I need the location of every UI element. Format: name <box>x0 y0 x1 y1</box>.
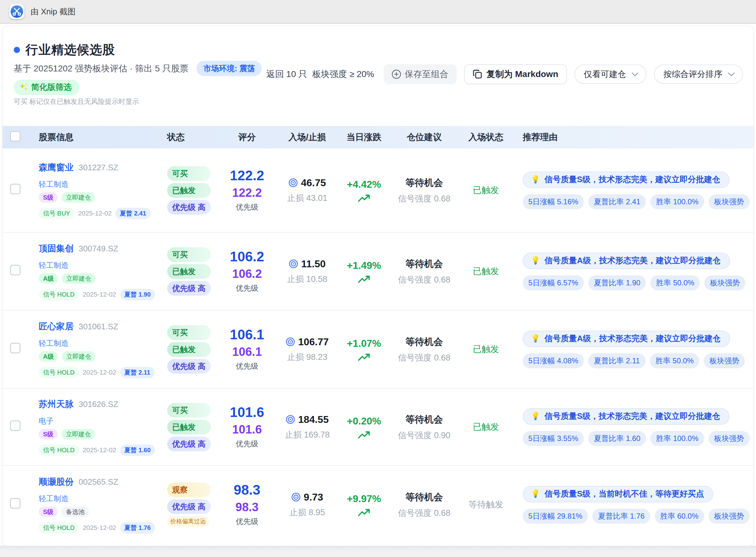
entry-stop-cell: 9.73 止损 8.95 <box>274 492 340 518</box>
industry-link[interactable]: 轻工制造 <box>39 261 167 270</box>
entry-state-cell: 已触发 <box>460 343 512 355</box>
stop-loss: 止损 10.58 <box>287 273 327 285</box>
circle-plus-icon <box>392 69 401 79</box>
chevron-down-icon <box>728 72 735 77</box>
stop-loss: 止损 169.78 <box>285 429 330 440</box>
score-sub: 106.1 <box>232 346 262 358</box>
xnip-scissors-icon <box>10 5 23 18</box>
reason-text: 信号质量S级，技术形态完美，建议立即分批建仓 <box>545 411 720 422</box>
signal-pill: 信号 HOLD <box>39 289 79 300</box>
score-sub: 98.3 <box>235 501 259 513</box>
metric-pill-list: 5日涨幅 6.57%夏普比率 1.90胜率 50.0%板块强势 <box>523 275 746 290</box>
return-count-text: 返回 10 只 <box>266 69 307 79</box>
metric-pill: 5日涨幅 3.55% <box>523 431 584 446</box>
chevron-down-icon <box>632 72 638 77</box>
status-pill: 优先级 高 <box>167 437 211 451</box>
metric-pill: 胜率 100.0% <box>650 431 704 446</box>
metric-pill-list: 5日涨幅 29.81%夏普比率 1.76胜率 60.0%板块强势 <box>523 509 750 524</box>
status-cell: 可买已触发优先级 高 <box>167 166 220 214</box>
daily-change-cell: +1.07% <box>340 338 388 361</box>
stock-row: 森鹰窗业 301227.SZ 轻工制造 S级 立即建仓 信号 BUY 2025-… <box>2 148 754 233</box>
entry-state-label: 已触发 <box>473 185 499 195</box>
industry-link[interactable]: 轻工制造 <box>39 494 167 503</box>
status-cell: 观察优先级 高价格偏离过远 <box>167 482 220 527</box>
select-all-checkbox[interactable] <box>10 131 21 142</box>
lightbulb-icon: 💡 <box>531 490 540 497</box>
entry-stop-cell: 184.55 止损 169.78 <box>274 414 340 440</box>
entry-state-cell: 已触发 <box>460 184 512 196</box>
stock-info-cell: 苏州天脉 301626.SZ 电子 S级 立即建仓 信号 HOLD 2025-1… <box>35 398 167 456</box>
signal-date: 2025-12-02 <box>83 368 116 376</box>
industry-link[interactable]: 电子 <box>39 416 167 426</box>
copy-markdown-button[interactable]: 复制为 Markdown <box>464 64 567 84</box>
position-advice: 等待机会 <box>405 413 443 426</box>
entry-stop-cell: 46.75 止损 43.01 <box>274 177 340 204</box>
buyable-note: 可买 标记仅在已触发且无风险提示时显示 <box>14 97 743 106</box>
stock-row: 顺灏股份 002565.SZ 轻工制造 S级 备选池 信号 HOLD 2025-… <box>2 466 754 543</box>
screenshot-root: 由 Xnip 截图 行业精选候选股 基于 20251202 强势板块评估 · 筛… <box>0 0 756 557</box>
metric-pill-list: 5日涨幅 4.08%夏普比率 2.11胜率 50.0%板块强势 <box>523 353 745 368</box>
row-checkbox[interactable] <box>10 420 21 431</box>
col-header-entry-stop: 入场/止损 <box>274 131 340 143</box>
score-main: 106.2 <box>230 250 264 264</box>
titlebar-label: 由 Xnip 截图 <box>31 6 76 17</box>
row-checkbox[interactable] <box>10 265 21 275</box>
stock-name-link[interactable]: 森鹰窗业 <box>39 162 74 173</box>
position-advice-cell: 等待机会 信号强度 0.68 <box>388 177 460 204</box>
status-pill: 已触发 <box>167 183 211 198</box>
reason-cell: 💡 信号质量S级，当前时机不佳，等待更好买点 5日涨幅 29.81%夏普比率 1… <box>512 486 754 524</box>
buildable-filter-select[interactable]: 仅看可建仓 <box>575 64 646 84</box>
change-percent: +1.07% <box>347 338 381 349</box>
score-cell: 98.3 98.3 优先级 <box>220 483 274 526</box>
target-icon <box>289 259 298 268</box>
score-priority-label: 优先级 <box>236 202 258 212</box>
entry-price: 11.50 <box>301 258 326 270</box>
row-checkbox[interactable] <box>10 184 21 194</box>
status-pill: 可买 <box>167 166 211 181</box>
metric-pill: 胜率 50.0% <box>650 353 700 368</box>
page-title: 行业精选候选股 <box>26 41 115 58</box>
row-checkbox[interactable] <box>10 343 21 353</box>
industry-link[interactable]: 轻工制造 <box>39 180 167 189</box>
col-header-entry-state: 入场状态 <box>460 131 512 143</box>
signal-strength: 信号强度 0.68 <box>398 507 450 519</box>
col-header-position-advice: 仓位建议 <box>388 131 460 143</box>
copy-button-label: 复制为 Markdown <box>487 68 558 80</box>
score-main: 106.1 <box>230 328 264 342</box>
score-sub: 106.2 <box>232 268 262 280</box>
stock-name-link[interactable]: 匠心家居 <box>39 321 74 332</box>
stock-name-link[interactable]: 顺灏股份 <box>39 476 74 488</box>
daily-change-cell: +4.42% <box>340 179 388 202</box>
reason-cell: 💡 信号质量S级，技术形态完美，建议立即分批建仓 5日涨幅 3.55%夏普比率 … <box>512 408 754 446</box>
stock-name-link[interactable]: 顶固集创 <box>39 243 74 255</box>
stock-info-cell: 顺灏股份 002565.SZ 轻工制造 S级 备选池 信号 HOLD 2025-… <box>35 476 167 534</box>
trending-up-icon <box>358 195 370 202</box>
row-checkbox[interactable] <box>10 498 21 509</box>
metric-pill: 板块强势 <box>704 275 746 290</box>
score-sub: 101.6 <box>232 423 262 435</box>
metric-pill: 胜率 100.0% <box>650 194 704 209</box>
reason-text: 信号质量S级，当前时机不佳，等待更好买点 <box>545 489 704 499</box>
industry-link[interactable]: 轻工制造 <box>39 339 167 348</box>
score-sub: 122.2 <box>232 187 262 199</box>
metric-pill: 5日涨幅 29.81% <box>523 509 588 524</box>
position-advice: 等待机会 <box>405 177 443 189</box>
status-pill: 已触发 <box>167 264 211 279</box>
metric-pill: 夏普比率 1.60 <box>588 431 646 446</box>
entry-state-label: 已触发 <box>473 344 499 354</box>
card-header: 行业精选候选股 基于 20251202 强势板块评估 · 筛出 5 只股票 市场… <box>2 26 754 126</box>
reason-text: 信号质量A级，技术形态完美，建议立即分批建仓 <box>545 255 721 266</box>
position-advice: 等待机会 <box>405 258 443 270</box>
signal-date: 2025-12-02 <box>83 524 116 532</box>
stock-name-link[interactable]: 苏州天脉 <box>39 398 74 410</box>
lightbulb-icon: 💡 <box>531 257 540 264</box>
save-to-portfolio-button[interactable]: 保存至组合 <box>384 64 457 84</box>
stock-info-cell: 顶固集创 300749.SZ 轻工制造 A级 立即建仓 信号 HOLD 2025… <box>35 243 167 300</box>
status-pill: 优先级 高 <box>167 200 211 214</box>
stock-code: 002565.SZ <box>79 477 118 487</box>
signal-date: 2025-12-02 <box>83 290 116 298</box>
reason-text: 信号质量A级，技术形态完美，建议立即分批建仓 <box>545 333 721 344</box>
bottom-page-strip <box>0 546 756 557</box>
sort-select[interactable]: 按综合评分排序 <box>654 64 743 84</box>
metric-pill: 夏普比率 2.41 <box>588 194 646 209</box>
